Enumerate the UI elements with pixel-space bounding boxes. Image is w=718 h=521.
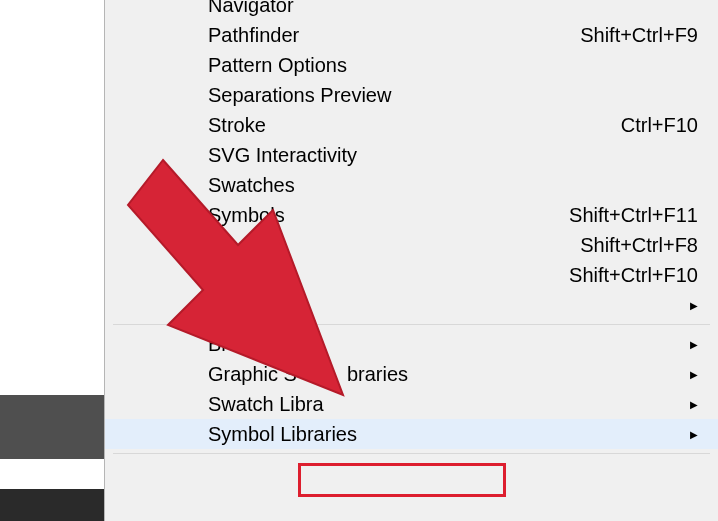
menu-separator: [113, 453, 710, 454]
menu-shortcut: Shift+Ctrl+F10: [569, 264, 698, 287]
menu-item-brush-libraries[interactable]: Brus ▶: [105, 329, 718, 359]
menu-label: Brus: [208, 333, 249, 356]
menu-item-symbol-libraries[interactable]: Symbol Libraries ▶: [105, 419, 718, 449]
menu-label: Navigator: [208, 0, 294, 17]
menu-shortcut: Shift+Ctrl+F11: [569, 204, 698, 227]
menu-item-pathfinder[interactable]: Pathfinder Shift+Ctrl+F9: [105, 20, 718, 50]
canvas-scrollbar-area: [0, 395, 104, 459]
menu-label: Symbols: [208, 204, 285, 227]
menu-label: Pattern Options: [208, 54, 347, 77]
menu-label: Swatches: [208, 174, 295, 197]
menu-label: Graphic S braries: [208, 363, 408, 386]
chevron-right-icon: ▶: [690, 369, 698, 380]
menu-item-symbols[interactable]: Symbols Shift+Ctrl+F11: [105, 200, 718, 230]
menu-item-type[interactable]: ▶: [105, 290, 718, 320]
menu-label: Symbol Libraries: [208, 423, 357, 446]
menu-item-transparency[interactable]: Shift+Ctrl+F10: [105, 260, 718, 290]
chevron-right-icon: ▶: [690, 429, 698, 440]
menu-label: SVG Interactivity: [208, 144, 357, 167]
menu-shortcut: Ctrl+F10: [621, 114, 698, 137]
menu-item-stroke[interactable]: Stroke Ctrl+F10: [105, 110, 718, 140]
menu-label: Stroke: [208, 114, 266, 137]
menu-item-transform[interactable]: Shift+Ctrl+F8: [105, 230, 718, 260]
menu-item-graphic-style-libraries[interactable]: Graphic S braries ▶: [105, 359, 718, 389]
canvas-statusbar-area: [0, 489, 104, 521]
menu-label: Swatch Libra: [208, 393, 324, 416]
menu-label: Pathfinder: [208, 24, 299, 47]
menu-item-svg-interactivity[interactable]: SVG Interactivity: [105, 140, 718, 170]
menu-item-navigator[interactable]: Navigator: [105, 0, 718, 20]
menu-item-swatch-libraries[interactable]: Swatch Libra ▶: [105, 389, 718, 419]
menu-shortcut: Shift+Ctrl+F8: [580, 234, 698, 257]
chevron-right-icon: ▶: [690, 399, 698, 410]
menu-shortcut: Shift+Ctrl+F9: [580, 24, 698, 47]
menu-item-separations-preview[interactable]: Separations Preview: [105, 80, 718, 110]
menu-label: Separations Preview: [208, 84, 391, 107]
chevron-right-icon: ▶: [690, 339, 698, 350]
menu-item-swatches[interactable]: Swatches: [105, 170, 718, 200]
menu-item-pattern-options[interactable]: Pattern Options: [105, 50, 718, 80]
window-menu-panel: Navigator Pathfinder Shift+Ctrl+F9 Patte…: [104, 0, 718, 521]
chevron-right-icon: ▶: [690, 300, 698, 311]
menu-separator: [113, 324, 710, 325]
